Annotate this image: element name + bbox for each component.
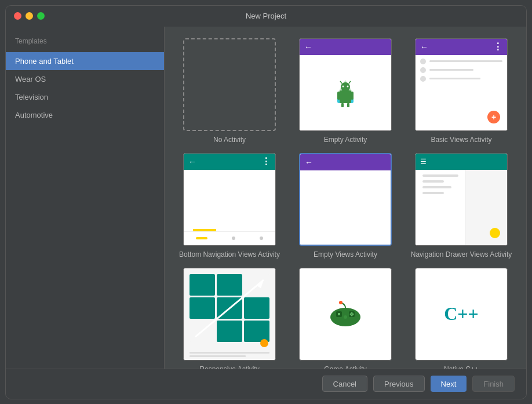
no-activity-preview	[183, 38, 276, 131]
svg-point-5	[341, 82, 350, 92]
svg-rect-13	[347, 103, 349, 107]
svg-point-23	[351, 314, 353, 316]
footer: Cancel Previous Next Finish	[6, 369, 526, 399]
template-empty-activity[interactable]: ←	[292, 38, 399, 144]
basic-views-label: Basic Views Activity	[431, 136, 491, 144]
svg-line-9	[349, 81, 351, 83]
template-chart[interactable]: Responsive Activity	[176, 268, 283, 369]
nav-drawer-label: Navigation Drawer Views Activity	[411, 250, 512, 259]
svg-rect-4	[340, 90, 351, 103]
basic-views-preview: ← ⋮ +	[415, 38, 508, 131]
game-icon	[328, 300, 363, 329]
previous-button[interactable]: Previous	[373, 376, 425, 392]
minimize-button[interactable]	[25, 12, 33, 20]
template-game[interactable]: Game Activity	[292, 268, 399, 369]
android-logo-icon	[329, 77, 362, 109]
close-button[interactable]	[14, 12, 21, 20]
nav-drawer-preview: ☰	[415, 153, 508, 246]
template-no-activity[interactable]: No Activity	[176, 38, 283, 144]
svg-line-14	[195, 279, 264, 336]
svg-rect-19	[338, 313, 340, 315]
title-bar: New Project	[6, 6, 526, 27]
no-activity-label: No Activity	[213, 136, 246, 144]
template-bottom-nav[interactable]: ← ⋮	[176, 153, 283, 259]
template-nav-drawer[interactable]: ☰	[408, 153, 515, 259]
svg-point-22	[351, 312, 353, 314]
svg-point-6	[342, 85, 344, 87]
svg-rect-10	[337, 92, 340, 100]
window-title: New Project	[246, 12, 286, 20]
empty-activity-header: ←	[300, 39, 391, 55]
finish-button[interactable]: Finish	[472, 376, 515, 392]
svg-rect-12	[341, 103, 344, 107]
bottom-nav-header: ← ⋮	[184, 154, 275, 170]
cancel-button[interactable]: Cancel	[322, 376, 367, 392]
svg-rect-11	[351, 92, 354, 100]
bottom-nav-preview: ← ⋮	[183, 153, 276, 246]
template-basic-views[interactable]: ← ⋮ +	[408, 38, 515, 144]
empty-activity-label: Empty Activity	[324, 136, 367, 144]
template-empty-views[interactable]: ← Empty Views Activity	[292, 153, 399, 259]
bottom-nav-label: Bottom Navigation Views Activity	[179, 250, 280, 259]
sidebar: Templates Phone and Tablet Wear OS Telev…	[6, 27, 165, 369]
basic-views-header: ← ⋮	[416, 39, 507, 55]
empty-views-label: Empty Views Activity	[314, 250, 377, 259]
svg-point-25	[339, 301, 342, 304]
cpp-icon: C++	[444, 303, 479, 325]
sidebar-item-wear-os[interactable]: Wear OS	[6, 70, 164, 88]
content-area: Templates Phone and Tablet Wear OS Telev…	[6, 27, 526, 369]
maximize-button[interactable]	[37, 12, 45, 20]
traffic-lights	[14, 12, 45, 20]
sidebar-item-television[interactable]: Television	[6, 88, 164, 106]
main-window: New Project Templates Phone and Tablet W…	[5, 5, 527, 399]
templates-grid: No Activity ←	[165, 27, 526, 369]
next-button[interactable]: Next	[431, 376, 467, 392]
svg-line-8	[340, 81, 342, 83]
sidebar-item-automotive[interactable]: Automotive	[6, 106, 164, 124]
templates-panel: No Activity ←	[165, 27, 526, 369]
empty-views-preview: ←	[299, 153, 392, 246]
svg-point-7	[347, 85, 349, 87]
sidebar-item-phone-tablet[interactable]: Phone and Tablet	[6, 52, 164, 70]
nav-drawer-header: ☰	[416, 154, 507, 170]
empty-views-header: ←	[300, 154, 391, 170]
chart-preview	[183, 268, 276, 361]
svg-point-24	[344, 315, 347, 319]
game-preview	[299, 268, 392, 361]
empty-activity-preview: ←	[299, 38, 392, 131]
sidebar-header: Templates	[6, 32, 164, 52]
cpp-preview: C++	[415, 268, 508, 361]
template-cpp[interactable]: C++ Native C++	[408, 268, 515, 369]
